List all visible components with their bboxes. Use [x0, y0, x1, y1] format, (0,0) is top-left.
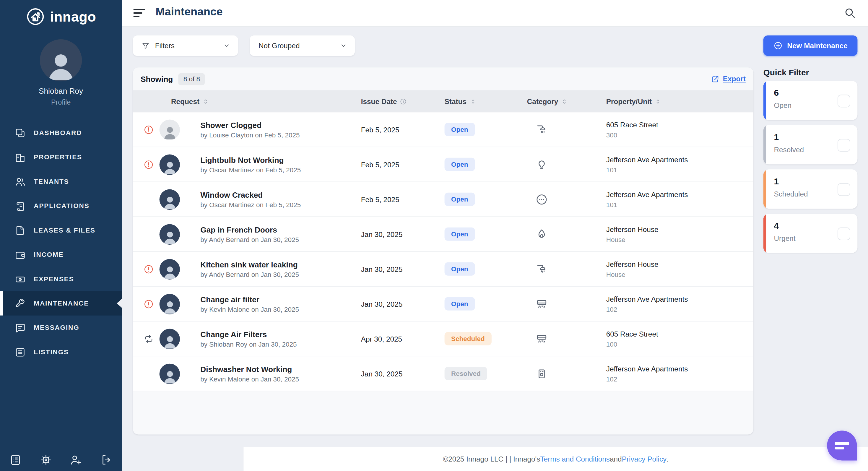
table-row[interactable]: Gap in French Doors by Andy Bernard on J… [133, 217, 753, 252]
column-header-property-unit[interactable]: Property/Unit [606, 90, 662, 112]
sort-icon [654, 98, 661, 105]
request-byline: by Oscar Martinez on Feb 5, 2025 [200, 166, 361, 174]
sidebar-item-leases-files[interactable]: LEASES & FILES [0, 218, 122, 242]
profile-section: Shioban Roy Profile [0, 39, 122, 106]
avatar [159, 294, 180, 314]
table-body: Shower Clogged by Louise Clayton on Feb … [133, 112, 753, 391]
quick-filter-checkbox[interactable] [838, 183, 850, 196]
innago-logo[interactable]: innago [0, 6, 122, 26]
privacy-link[interactable]: Privacy Policy [622, 455, 667, 463]
property-name: Jefferson Ave Apartments [606, 364, 753, 373]
terms-link[interactable]: Terms and Conditions [540, 455, 610, 463]
logout-icon[interactable] [99, 453, 113, 467]
sidebar-item-properties[interactable]: PROPERTIES [0, 145, 122, 169]
unit-label: 100 [606, 340, 753, 348]
request-byline: by Kevin Malone on Jan 30, 2025 [200, 305, 361, 313]
table-row[interactable]: Change Air Filters by Shioban Roy on Jan… [133, 321, 753, 356]
profile-name: Shioban Roy [0, 86, 122, 95]
avatar [159, 189, 180, 210]
table-row[interactable]: Kitchen sink water leaking by Andy Berna… [133, 252, 753, 287]
quick-filter-accent [764, 214, 766, 253]
filters-dropdown[interactable]: Filters [133, 35, 238, 56]
table-row[interactable]: Dishwasher Not Working by Kevin Malone o… [133, 356, 753, 391]
sidebar-item-applications[interactable]: APPLICATIONS [0, 194, 122, 218]
table-row[interactable]: Change air filter by Kevin Malone on Jan… [133, 287, 753, 321]
chat-widget-button[interactable] [827, 431, 857, 460]
table-row[interactable]: Lightbulb Not Working by Oscar Martinez … [133, 147, 753, 182]
content-area: Filters Not Grouped New Maintenance Quic… [122, 26, 868, 447]
quick-filter-card-open[interactable]: 6 Open [764, 81, 858, 120]
request-title: Dishwasher Not Working [200, 364, 361, 373]
status-badge: Open [445, 123, 475, 136]
page-footer: ©2025 Innago LLC | | Innago's Terms and … [243, 447, 868, 471]
dashboard-icon [14, 127, 26, 138]
table-row[interactable]: Shower Clogged by Louise Clayton on Feb … [133, 112, 753, 147]
quick-filter-checkbox[interactable] [838, 227, 850, 240]
profile-avatar[interactable] [40, 39, 82, 81]
income-icon [14, 249, 26, 260]
sidebar-item-maintenance[interactable]: MAINTENANCE [0, 291, 122, 315]
unit-label: 102 [606, 375, 753, 383]
quick-filter-label: Urgent [774, 234, 795, 242]
quick-filter-card-scheduled[interactable]: 1 Scheduled [764, 169, 858, 209]
info-icon [400, 98, 407, 105]
sidebar-item-messaging[interactable]: MESSAGING [0, 316, 122, 340]
group-by-dropdown[interactable]: Not Grouped [250, 35, 355, 56]
sidebar-nav: DASHBOARD PROPERTIES TENANTS APPLICATION… [0, 121, 122, 364]
status-badge: Open [445, 297, 475, 311]
sidebar-item-income[interactable]: INCOME [0, 242, 122, 266]
column-header-status[interactable]: Status [445, 90, 476, 112]
quick-filter-card-resolved[interactable]: 1 Resolved [764, 125, 858, 164]
request-byline: by Shioban Roy on Jan 30, 2025 [200, 340, 361, 348]
sort-icon [202, 98, 209, 105]
expenses-icon [14, 273, 26, 285]
sidebar-item-expenses[interactable]: EXPENSES [0, 267, 122, 291]
ac-icon [522, 333, 561, 345]
search-icon[interactable] [844, 6, 856, 19]
request-title: Change air filter [200, 294, 361, 304]
add-user-icon[interactable] [69, 453, 83, 467]
quick-filter-label: Open [774, 101, 792, 109]
sidebar-item-tenants[interactable]: TENANTS [0, 169, 122, 193]
profile-link[interactable]: Profile [0, 98, 122, 106]
sidebar-item-dashboard[interactable]: DASHBOARD [0, 121, 122, 145]
property-name: Jefferson Ave Apartments [606, 155, 753, 163]
plus-circle-icon [773, 41, 783, 51]
menu-toggle-icon[interactable] [133, 9, 146, 18]
status-badge: Open [445, 193, 475, 206]
export-icon [711, 74, 720, 83]
maintenance-table-card: Showing 8 of 8 Export Request Issue Date [133, 68, 753, 435]
export-button[interactable]: Export [711, 74, 746, 83]
new-maintenance-button[interactable]: New Maintenance [764, 35, 858, 56]
property-name: Jefferson Ave Apartments [606, 190, 753, 198]
sort-icon [469, 98, 476, 105]
new-maintenance-label: New Maintenance [787, 41, 847, 50]
avatar [159, 224, 180, 244]
column-header-issue-date[interactable]: Issue Date [361, 90, 407, 112]
column-header-category[interactable]: Category [527, 90, 568, 112]
properties-icon [14, 151, 26, 163]
property-name: 605 Race Street [606, 329, 753, 338]
unit-label: House [606, 236, 753, 243]
table-row[interactable]: Window Cracked by Oscar Martinez on Feb … [133, 182, 753, 217]
status-badge: Open [445, 227, 475, 241]
sidebar-item-listings[interactable]: LISTINGS [0, 340, 122, 364]
request-byline: by Kevin Malone on Jan 30, 2025 [200, 375, 361, 383]
shower-icon [522, 263, 561, 275]
property-name: Jefferson House [606, 260, 753, 268]
issue-date: Jan 30, 2025 [361, 369, 445, 378]
request-byline: by Louise Clayton on Feb 5, 2025 [200, 131, 361, 138]
issue-date: Feb 5, 2025 [361, 160, 445, 168]
clipboard-list-icon[interactable] [9, 453, 22, 467]
quick-filter-accent [764, 81, 766, 120]
other-icon [522, 193, 561, 206]
avatar [159, 119, 180, 140]
quick-filter-checkbox[interactable] [838, 95, 850, 107]
innago-maintenance-page: innago Shioban Roy Profile DASHBOARD PRO… [0, 0, 868, 471]
recurring-icon [137, 334, 159, 344]
urgent-icon [137, 159, 159, 170]
quick-filter-card-urgent[interactable]: 4 Urgent [764, 214, 858, 253]
column-header-request[interactable]: Request [171, 90, 210, 112]
quick-filter-checkbox[interactable] [838, 139, 850, 152]
settings-icon[interactable] [39, 453, 52, 467]
